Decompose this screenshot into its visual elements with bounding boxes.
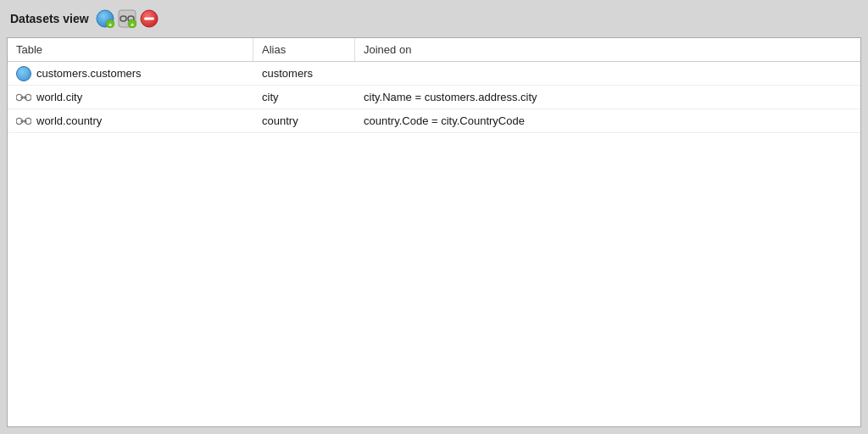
col-header-alias: Alias bbox=[253, 38, 355, 61]
svg-point-11 bbox=[20, 96, 24, 99]
cell-alias-2: city bbox=[253, 87, 355, 107]
cell-joined-1 bbox=[355, 70, 860, 77]
svg-rect-9 bbox=[144, 18, 154, 20]
remove-icon[interactable] bbox=[140, 9, 159, 28]
col-header-joined: Joined on bbox=[355, 38, 860, 61]
add-join-icon[interactable]: + bbox=[118, 9, 136, 28]
title-bar: Datasets view + bbox=[0, 0, 868, 37]
table-row[interactable]: world.country country country.Code = cit… bbox=[8, 109, 860, 133]
title-bar-text: Datasets view bbox=[10, 12, 89, 25]
toolbar-icons: + + bbox=[96, 9, 159, 28]
table-header: Table Alias Joined on bbox=[8, 38, 860, 62]
table-row[interactable]: world.city city city.Name = customers.ad… bbox=[8, 86, 860, 109]
join-table-icon bbox=[16, 92, 31, 103]
cell-table-1: customers.customers bbox=[8, 63, 253, 85]
join-table-icon-2 bbox=[16, 116, 31, 126]
cell-joined-2: city.Name = customers.address.city bbox=[355, 87, 860, 107]
main-panel: Table Alias Joined on customers.customer… bbox=[7, 37, 861, 427]
cell-alias-3: country bbox=[253, 111, 355, 131]
main-table-icon bbox=[16, 66, 31, 81]
svg-point-15 bbox=[20, 120, 24, 123]
cell-table-3: world.country bbox=[8, 111, 253, 131]
svg-text:+: + bbox=[130, 21, 134, 28]
cell-joined-3: country.Code = city.CountryCode bbox=[355, 111, 860, 131]
col-header-table: Table bbox=[8, 38, 253, 61]
cell-alias-1: customers bbox=[253, 64, 355, 83]
svg-text:+: + bbox=[108, 21, 112, 28]
add-table-icon[interactable]: + bbox=[96, 9, 114, 28]
table-row[interactable]: customers.customers customers bbox=[8, 62, 860, 86]
table-body: customers.customers customers world.city… bbox=[8, 62, 860, 133]
cell-table-2: world.city bbox=[8, 87, 253, 107]
